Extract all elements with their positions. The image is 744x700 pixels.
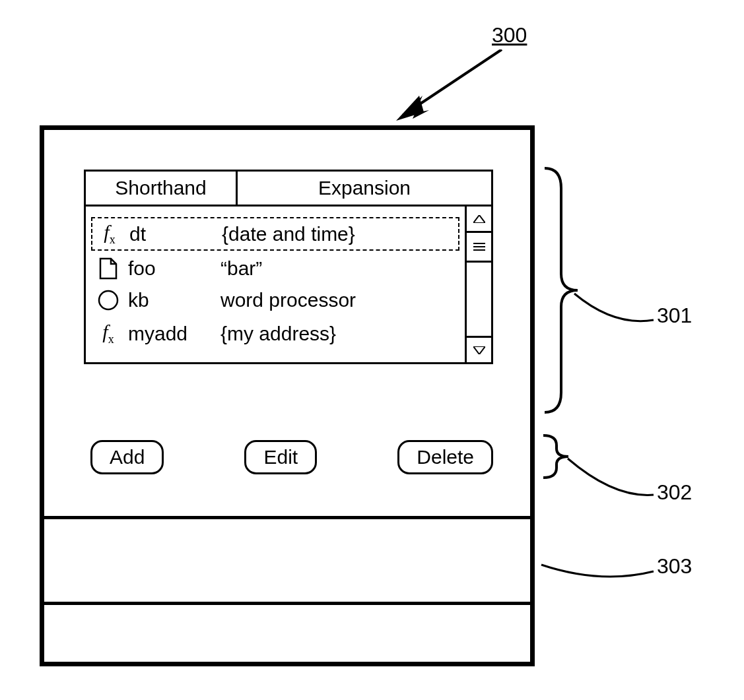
divider — [44, 602, 530, 605]
list-row[interactable]: fx myadd {my address} — [91, 318, 459, 349]
shortcuts-list-panel: Shorthand Expansion fx dt {date and time… — [84, 170, 493, 364]
function-icon: fx — [96, 221, 123, 247]
scrollbar[interactable] — [465, 207, 491, 362]
edit-button[interactable]: Edit — [244, 440, 317, 474]
svg-marker-4 — [473, 215, 485, 223]
shorthand-cell: kb — [121, 289, 220, 311]
divider — [44, 516, 530, 519]
add-button[interactable]: Add — [90, 440, 164, 474]
ref-label-302: 302 — [657, 480, 692, 505]
device-frame: Shorthand Expansion fx dt {date and time… — [40, 125, 535, 666]
scroll-thumb[interactable] — [467, 233, 491, 263]
shorthand-cell: myadd — [121, 323, 220, 345]
leader-303 — [541, 553, 660, 586]
svg-marker-8 — [473, 346, 485, 354]
ref-label-300: 300 — [492, 23, 527, 48]
header-expansion[interactable]: Expansion — [238, 172, 491, 205]
list-header: Shorthand Expansion — [86, 172, 491, 207]
scroll-up-icon[interactable] — [467, 207, 491, 233]
expansion-cell: “bar” — [220, 257, 456, 280]
list-row[interactable]: fx dt {date and time} — [91, 217, 459, 251]
circle-icon — [95, 289, 121, 311]
expansion-cell: {date and time} — [222, 223, 454, 245]
expansion-cell: {my address} — [220, 323, 456, 345]
scroll-down-icon[interactable] — [467, 336, 491, 362]
button-row: Add Edit Delete — [90, 440, 493, 474]
ref-label-301: 301 — [657, 303, 692, 328]
shorthand-cell: dt — [123, 223, 222, 245]
leader-302 — [568, 455, 660, 501]
ref-label-303: 303 — [657, 554, 692, 579]
scroll-track[interactable] — [467, 263, 491, 336]
delete-button[interactable]: Delete — [397, 440, 493, 474]
list-body: fx dt {date and time} foo “bar” kb — [86, 207, 465, 362]
svg-marker-2 — [396, 96, 424, 121]
header-shorthand[interactable]: Shorthand — [86, 172, 238, 205]
expansion-cell: word processor — [220, 289, 456, 311]
list-row[interactable]: foo “bar” — [91, 255, 459, 282]
shorthand-cell: foo — [121, 257, 220, 280]
list-row[interactable]: kb word processor — [91, 286, 459, 314]
page-icon — [95, 257, 121, 280]
arrow-to-device — [383, 49, 515, 129]
function-icon: fx — [95, 321, 121, 346]
leader-301 — [574, 287, 660, 327]
svg-point-3 — [99, 291, 118, 309]
